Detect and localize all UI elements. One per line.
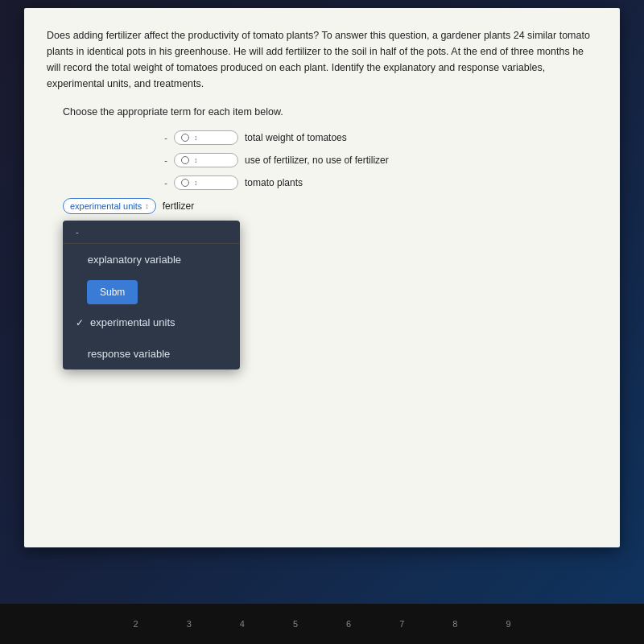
taskbar-item[interactable]: 7 [399, 619, 404, 629]
question-text: Does adding fertilizer affect the produc… [47, 27, 597, 92]
check-icon [76, 286, 81, 297]
table-row: - ↕ total weight of tomatoes [63, 130, 597, 145]
table-row: - ↕ tomato plants [63, 175, 597, 190]
row3-value: tomato plants [245, 177, 303, 188]
row2-select[interactable]: ↕ [174, 153, 238, 167]
row1-select[interactable]: ↕ [174, 130, 238, 145]
taskbar-item[interactable]: 3 [187, 619, 192, 629]
select-icon [181, 156, 189, 164]
taskbar-item[interactable]: 6 [346, 619, 351, 629]
arrow-icon: ↕ [145, 202, 149, 210]
taskbar-item[interactable]: 5 [293, 619, 298, 629]
dropdown-item-label: experimental units [90, 316, 175, 328]
check-icon [76, 349, 81, 360]
dropdown-item-experimental-units[interactable]: ✓ experimental units [63, 307, 240, 338]
check-icon: ✓ [76, 317, 84, 328]
row3-select[interactable]: ↕ [174, 175, 238, 190]
instruction-text: Choose the appropriate term for each ite… [63, 106, 597, 118]
select-icon [181, 134, 189, 142]
select-icon [181, 179, 189, 187]
submit-button[interactable]: Subm [87, 280, 138, 304]
bottom-select-label: experimental units [70, 201, 142, 211]
dropdown-item-response[interactable]: response variable [63, 338, 240, 369]
bottom-item-text: fertlizer [163, 200, 194, 212]
dropdown-header: - [63, 221, 240, 244]
arrow-icon: ↕ [194, 134, 198, 142]
dropdown-item-explanatory[interactable]: explanatory variable [63, 244, 240, 275]
row2-label: - [63, 155, 167, 165]
arrow-icon: ↕ [194, 179, 198, 187]
taskbar-item[interactable]: 4 [240, 619, 245, 629]
row2-value: use of fertilizer, no use of fertilizer [245, 155, 389, 166]
taskbar: 2 3 4 5 6 7 8 9 [0, 604, 644, 644]
bottom-select[interactable]: experimental units ↕ [63, 198, 156, 214]
taskbar-item[interactable]: 9 [506, 619, 510, 629]
taskbar-item[interactable]: 2 [134, 619, 138, 629]
paper-container: Does adding fertilizer affect the produc… [24, 8, 620, 547]
rows-container: - ↕ total weight of tomatoes - ↕ use of … [63, 130, 597, 190]
row3-label: - [63, 178, 167, 188]
arrow-icon: ↕ [194, 156, 198, 164]
dropdown-item-label: explanatory variable [88, 254, 181, 266]
taskbar-item[interactable]: 8 [452, 619, 457, 629]
dropdown-item-label: response variable [88, 348, 171, 360]
row1-label: - [63, 133, 167, 142]
bottom-row: experimental units ↕ fertlizer - explana… [63, 198, 597, 214]
row1-value: total weight of tomatoes [245, 132, 347, 143]
check-icon [76, 254, 81, 266]
table-row: - ↕ use of fertilizer, no use of fertili… [63, 153, 597, 167]
